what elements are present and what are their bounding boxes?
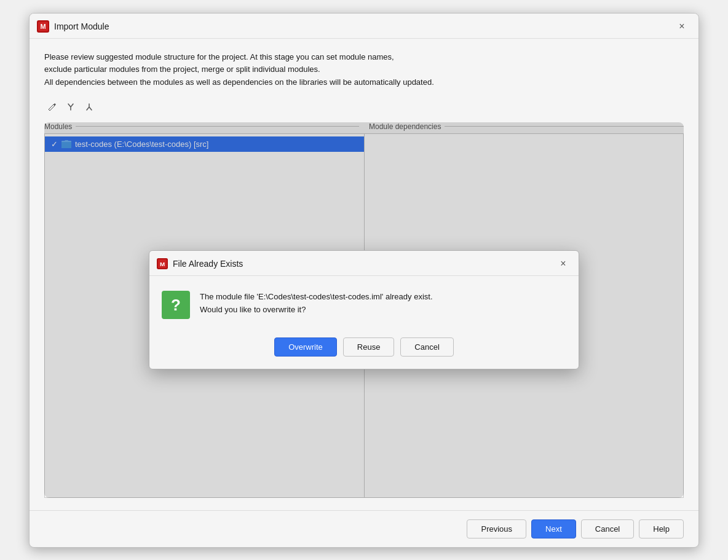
svg-text:M: M bbox=[160, 261, 165, 267]
edit-button[interactable] bbox=[44, 99, 60, 115]
file-already-exists-dialog: M File Already Exists × ? The module fil… bbox=[149, 250, 579, 369]
split-button[interactable] bbox=[81, 99, 97, 115]
merge-button[interactable] bbox=[63, 99, 79, 115]
dialog-title-left: M File Already Exists bbox=[157, 258, 243, 269]
overwrite-button[interactable]: Overwrite bbox=[274, 337, 337, 357]
description-text: Please review suggested module structure… bbox=[44, 51, 684, 89]
dialog-cancel-button[interactable]: Cancel bbox=[400, 337, 453, 357]
toolbar bbox=[44, 99, 684, 115]
window-close-button[interactable]: × bbox=[675, 20, 689, 33]
bottom-bar: Previous Next Cancel Help bbox=[30, 510, 698, 547]
dialog-title-bar: M File Already Exists × bbox=[149, 251, 579, 276]
main-content: Please review suggested module structure… bbox=[30, 39, 698, 510]
reuse-button[interactable]: Reuse bbox=[343, 337, 395, 357]
title-bar: M Import Module × bbox=[30, 14, 698, 39]
title-left: M Import Module bbox=[37, 20, 109, 33]
dialog-app-icon: M bbox=[157, 258, 168, 269]
question-icon: ? bbox=[162, 291, 190, 319]
previous-button[interactable]: Previous bbox=[467, 519, 526, 538]
split-icon bbox=[85, 103, 93, 111]
import-module-window: M Import Module × Please review suggeste… bbox=[29, 13, 699, 548]
edit-icon bbox=[48, 103, 57, 111]
merge-icon bbox=[66, 103, 75, 111]
dialog-message: The module file 'E:\Codes\test-codes\tes… bbox=[200, 291, 433, 317]
app-icon: M bbox=[37, 20, 49, 33]
dialog-title: File Already Exists bbox=[173, 259, 243, 269]
dialog-close-button[interactable]: × bbox=[556, 257, 570, 270]
panels-wrapper: Modules Module dependencies ✓ bbox=[44, 122, 684, 498]
help-button[interactable]: Help bbox=[639, 519, 684, 538]
svg-text:M: M bbox=[40, 23, 46, 30]
cancel-button[interactable]: Cancel bbox=[581, 519, 634, 538]
dialog-buttons: Overwrite Reuse Cancel bbox=[149, 331, 579, 369]
dialog-body: ? The module file 'E:\Codes\test-codes\t… bbox=[149, 276, 579, 331]
dialog-overlay: M File Already Exists × ? The module fil… bbox=[44, 122, 684, 498]
next-button[interactable]: Next bbox=[531, 519, 576, 538]
window-title: Import Module bbox=[54, 22, 109, 31]
